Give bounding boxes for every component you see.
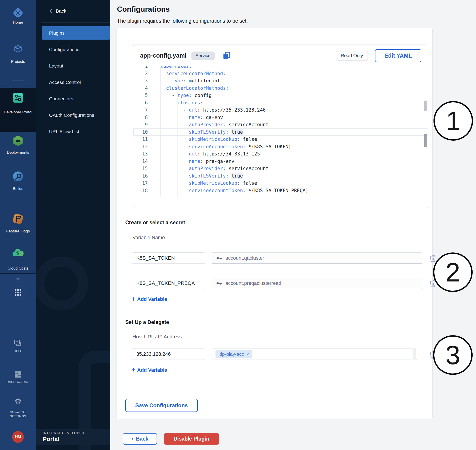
product-kicker: INTERNAL DEVELOPER: [43, 431, 110, 435]
secondary-nav-item-oauth-configurations[interactable]: OAuth Configurations: [42, 108, 110, 122]
annotation-circle-1: 1: [434, 101, 473, 141]
sidebar-item-deployments[interactable]: Deployments: [0, 150, 36, 155]
secondary-nav-item-layout[interactable]: Layout: [42, 59, 110, 72]
key-icon: [216, 255, 223, 261]
code-line-11: 11skipMetricsLookup: false: [133, 136, 428, 143]
code-line-6: 6clusters:: [133, 99, 428, 107]
sidebar-item-help[interactable]: HELP: [0, 349, 36, 353]
plus-icon: +: [132, 367, 135, 373]
sidebar-section-lower: [0, 274, 36, 450]
delegate-tag-chip[interactable]: idp-play-acc×: [216, 350, 252, 358]
host-url-label: Host URL / IP Address: [133, 334, 182, 340]
page-subtitle: The plugin requires the following config…: [117, 18, 248, 24]
cube-icon[interactable]: [13, 44, 23, 54]
yaml-editor-card: app-config.yaml Service Read Only Edit Y…: [133, 45, 428, 208]
remove-tag-icon[interactable]: ×: [246, 352, 249, 357]
decorative-ring: [36, 256, 88, 310]
sidebar-collapse-dash: [12, 81, 24, 81]
apps-grid-icon: [15, 289, 21, 296]
code-line-18: 18serviceAccountToken: ${K8S_SA_TOKEN_PR…: [133, 187, 428, 194]
product-footer: INTERNAL DEVELOPER Portal: [36, 429, 110, 445]
chat-question-icon[interactable]: ?: [14, 339, 22, 347]
add-delegate-variable-link[interactable]: + Add Variable: [132, 367, 167, 373]
dashboard-grid-icon[interactable]: [14, 370, 22, 378]
secrets-heading: Create or select a secret: [125, 219, 185, 226]
secondary-nav-item-configurations[interactable]: Configurations: [42, 43, 110, 56]
code-line-4: 4clusterLocatorMethods:: [133, 85, 428, 92]
sidebar-item-projects[interactable]: Projects: [0, 59, 36, 64]
scrollbar-decoration: [424, 134, 427, 147]
delegate-heading: Set Up a Delegate: [125, 319, 169, 325]
module-picker-button[interactable]: [11, 286, 25, 299]
yaml-editor-header: app-config.yaml Service Read Only Edit Y…: [133, 45, 428, 66]
code-line-9: 9authProvider: serviceAccount: [133, 121, 428, 129]
add-variable-link[interactable]: + Add Variable: [132, 296, 167, 302]
code-line-17: 17skipMetricsLookup: false: [133, 180, 428, 187]
back-nav[interactable]: Back: [36, 6, 110, 16]
variable-name-input[interactable]: [132, 252, 205, 264]
delegate-tags-field[interactable]: idp-play-acc×: [212, 349, 417, 360]
gear-icon[interactable]: ⚙: [15, 397, 21, 405]
page-title: Configurations: [117, 5, 170, 13]
cloud-dollar-icon[interactable]: $: [12, 247, 24, 258]
code-line-2: 2serviceLocatorMethod:: [133, 70, 428, 77]
code-line-3: 3type: multiTenant: [133, 77, 428, 85]
chevron-left-icon: [49, 8, 53, 14]
variable-row: account.preqaclusterread: [132, 278, 442, 289]
host-url-input[interactable]: [132, 349, 205, 360]
sliders-icon[interactable]: [12, 92, 24, 103]
sidebar-item-builds[interactable]: Builds: [0, 187, 36, 191]
svg-text:?: ?: [16, 341, 18, 344]
key-icon: [216, 280, 223, 286]
primary-sidebar: Home Projects Developer Portal: [0, 0, 36, 450]
code-line-14: 14name: pre-qa-env: [133, 158, 428, 165]
flag-icon[interactable]: [12, 213, 24, 225]
edit-yaml-button[interactable]: Edit YAML: [375, 49, 421, 62]
back-button[interactable]: ‹ Back: [123, 433, 157, 444]
product-title: Portal: [43, 436, 110, 443]
secret-selector[interactable]: account.qacluster: [212, 252, 422, 264]
secondary-nav-item-url-allow-list[interactable]: URL Allow List: [42, 125, 110, 138]
disable-plugin-button[interactable]: Disable Plugin: [164, 433, 219, 444]
chevron-left-icon: ‹: [132, 436, 133, 442]
variable-name-label: Variable Name: [133, 235, 165, 241]
read-only-badge: Read Only: [336, 51, 368, 60]
chevron-down-icon[interactable]: [16, 278, 21, 281]
code-line-12: 12serviceAccountToken: ${K8S_SA_TOKEN}: [133, 143, 428, 151]
yaml-filename: app-config.yaml: [140, 52, 187, 59]
variable-name-input[interactable]: [132, 278, 205, 289]
harness-logo-icon[interactable]: [13, 8, 23, 18]
secondary-sidebar: Back PluginsConfigurationsLayoutAccess C…: [36, 0, 110, 450]
sidebar-item-account-settings[interactable]: ACCOUNT SETTINGS: [0, 409, 36, 419]
sidebar-item-developer-portal[interactable]: Developer Portal: [0, 109, 36, 115]
svg-text:$: $: [16, 250, 19, 256]
secondary-nav-item-plugins[interactable]: Plugins: [42, 26, 110, 40]
yaml-code-lines: 1kubernetes:2serviceLocatorMethod:3type:…: [133, 66, 428, 194]
code-line-1: 1kubernetes:: [133, 66, 428, 70]
sidebar-item-cloud-costs[interactable]: Cloud Costs: [0, 266, 36, 271]
annotation-circle-3: 3: [433, 335, 473, 375]
delete-variable-button[interactable]: [429, 255, 437, 263]
secret-selector[interactable]: account.preqaclusterread: [212, 278, 422, 289]
scrollbar-thumb[interactable]: [424, 101, 427, 111]
sidebar-item-feature-flags[interactable]: Feature Flags: [0, 229, 36, 234]
code-line-13: 13- url: https://34.83.13.125: [133, 150, 428, 158]
tag-field-strip: [413, 349, 416, 359]
save-configurations-button[interactable]: Save Configurations: [125, 399, 198, 412]
sidebar-item-dashboards[interactable]: DASHBOARDS: [0, 380, 36, 384]
service-badge: Service: [191, 52, 215, 60]
copy-icon[interactable]: [222, 51, 231, 60]
builds-circle-icon[interactable]: [13, 171, 24, 182]
secondary-nav-item-access-control[interactable]: Access Control: [42, 76, 110, 89]
plus-icon: +: [132, 296, 135, 302]
annotation-circle-2: 2: [433, 252, 473, 292]
yaml-code-viewport[interactable]: 1kubernetes:2serviceLocatorMethod:3type:…: [133, 66, 428, 208]
code-line-8: 8name: qa-env: [133, 114, 428, 121]
deployments-hexagon-icon[interactable]: [12, 135, 24, 147]
back-nav-label: Back: [56, 8, 66, 14]
sidebar-item-home[interactable]: Home: [0, 20, 36, 25]
user-avatar[interactable]: HM: [12, 431, 24, 443]
secondary-nav-item-connectors[interactable]: Connectors: [42, 92, 110, 105]
code-line-5: 5- type: config: [133, 92, 428, 99]
code-line-7: 7- url: https://35.233.128.246: [133, 107, 428, 114]
